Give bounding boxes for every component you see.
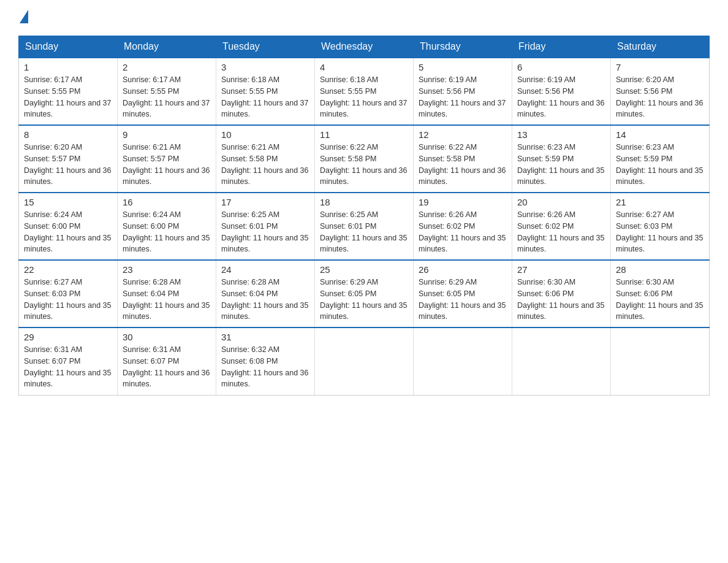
calendar-cell: 25 Sunrise: 6:29 AM Sunset: 6:05 PM Dayl… bbox=[315, 260, 414, 327]
day-info: Sunrise: 6:24 AM Sunset: 6:00 PM Dayligh… bbox=[123, 209, 211, 255]
day-info: Sunrise: 6:19 AM Sunset: 5:56 PM Dayligh… bbox=[419, 74, 507, 120]
day-number: 26 bbox=[419, 264, 507, 275]
calendar-week-2: 8 Sunrise: 6:20 AM Sunset: 5:57 PM Dayli… bbox=[19, 125, 710, 193]
calendar-cell: 9 Sunrise: 6:21 AM Sunset: 5:57 PM Dayli… bbox=[118, 125, 216, 193]
day-number: 10 bbox=[221, 129, 309, 140]
day-number: 24 bbox=[221, 264, 309, 275]
day-info: Sunrise: 6:25 AM Sunset: 6:01 PM Dayligh… bbox=[221, 209, 309, 255]
day-number: 9 bbox=[123, 129, 211, 140]
day-info: Sunrise: 6:21 AM Sunset: 5:58 PM Dayligh… bbox=[221, 142, 309, 188]
day-info: Sunrise: 6:30 AM Sunset: 6:06 PM Dayligh… bbox=[517, 277, 605, 323]
day-header-wednesday: Wednesday bbox=[315, 36, 414, 58]
day-info: Sunrise: 6:20 AM Sunset: 5:57 PM Dayligh… bbox=[24, 142, 112, 188]
day-info: Sunrise: 6:22 AM Sunset: 5:58 PM Dayligh… bbox=[419, 142, 507, 188]
calendar-cell: 27 Sunrise: 6:30 AM Sunset: 6:06 PM Dayl… bbox=[512, 260, 611, 327]
day-number: 17 bbox=[221, 197, 309, 207]
day-number: 4 bbox=[320, 62, 408, 72]
day-header-friday: Friday bbox=[512, 36, 611, 58]
day-number: 1 bbox=[24, 62, 112, 72]
day-info: Sunrise: 6:26 AM Sunset: 6:02 PM Dayligh… bbox=[419, 209, 507, 255]
day-number: 18 bbox=[320, 197, 408, 207]
day-number: 20 bbox=[517, 197, 605, 207]
calendar-cell: 15 Sunrise: 6:24 AM Sunset: 6:00 PM Dayl… bbox=[19, 193, 118, 260]
day-info: Sunrise: 6:31 AM Sunset: 6:07 PM Dayligh… bbox=[24, 344, 112, 390]
day-info: Sunrise: 6:22 AM Sunset: 5:58 PM Dayligh… bbox=[320, 142, 408, 188]
day-info: Sunrise: 6:29 AM Sunset: 6:05 PM Dayligh… bbox=[320, 277, 408, 323]
calendar-cell: 17 Sunrise: 6:25 AM Sunset: 6:01 PM Dayl… bbox=[216, 193, 315, 260]
calendar-cell: 11 Sunrise: 6:22 AM Sunset: 5:58 PM Dayl… bbox=[315, 125, 414, 193]
calendar-header-row: SundayMondayTuesdayWednesdayThursdayFrid… bbox=[19, 36, 710, 58]
calendar-cell: 1 Sunrise: 6:17 AM Sunset: 5:55 PM Dayli… bbox=[19, 58, 118, 125]
day-number: 29 bbox=[24, 332, 112, 342]
day-info: Sunrise: 6:27 AM Sunset: 6:03 PM Dayligh… bbox=[24, 277, 112, 323]
calendar-cell bbox=[414, 327, 512, 395]
day-info: Sunrise: 6:24 AM Sunset: 6:00 PM Dayligh… bbox=[24, 209, 112, 255]
day-number: 28 bbox=[616, 264, 704, 275]
day-number: 22 bbox=[24, 264, 112, 275]
calendar-cell: 26 Sunrise: 6:29 AM Sunset: 6:05 PM Dayl… bbox=[414, 260, 512, 327]
day-number: 30 bbox=[123, 332, 211, 342]
calendar-cell bbox=[315, 327, 414, 395]
day-info: Sunrise: 6:30 AM Sunset: 6:06 PM Dayligh… bbox=[616, 277, 704, 323]
day-info: Sunrise: 6:18 AM Sunset: 5:55 PM Dayligh… bbox=[221, 74, 309, 120]
calendar-cell: 5 Sunrise: 6:19 AM Sunset: 5:56 PM Dayli… bbox=[414, 58, 512, 125]
calendar-cell bbox=[512, 327, 611, 395]
calendar-cell: 28 Sunrise: 6:30 AM Sunset: 6:06 PM Dayl… bbox=[611, 260, 710, 327]
calendar-week-4: 22 Sunrise: 6:27 AM Sunset: 6:03 PM Dayl… bbox=[19, 260, 710, 327]
day-info: Sunrise: 6:29 AM Sunset: 6:05 PM Dayligh… bbox=[419, 277, 507, 323]
day-info: Sunrise: 6:28 AM Sunset: 6:04 PM Dayligh… bbox=[123, 277, 211, 323]
calendar-cell: 20 Sunrise: 6:26 AM Sunset: 6:02 PM Dayl… bbox=[512, 193, 611, 260]
day-header-monday: Monday bbox=[118, 36, 216, 58]
calendar-cell: 13 Sunrise: 6:23 AM Sunset: 5:59 PM Dayl… bbox=[512, 125, 611, 193]
calendar-cell: 23 Sunrise: 6:28 AM Sunset: 6:04 PM Dayl… bbox=[118, 260, 216, 327]
calendar-cell: 7 Sunrise: 6:20 AM Sunset: 5:56 PM Dayli… bbox=[611, 58, 710, 125]
day-info: Sunrise: 6:19 AM Sunset: 5:56 PM Dayligh… bbox=[517, 74, 605, 120]
day-info: Sunrise: 6:17 AM Sunset: 5:55 PM Dayligh… bbox=[24, 74, 112, 120]
calendar-cell: 12 Sunrise: 6:22 AM Sunset: 5:58 PM Dayl… bbox=[414, 125, 512, 193]
day-info: Sunrise: 6:23 AM Sunset: 5:59 PM Dayligh… bbox=[616, 142, 704, 188]
day-info: Sunrise: 6:20 AM Sunset: 5:56 PM Dayligh… bbox=[616, 74, 704, 120]
calendar-week-1: 1 Sunrise: 6:17 AM Sunset: 5:55 PM Dayli… bbox=[19, 58, 710, 125]
calendar-table: SundayMondayTuesdayWednesdayThursdayFrid… bbox=[18, 36, 710, 396]
day-info: Sunrise: 6:18 AM Sunset: 5:55 PM Dayligh… bbox=[320, 74, 408, 120]
calendar-cell: 30 Sunrise: 6:31 AM Sunset: 6:07 PM Dayl… bbox=[118, 327, 216, 395]
calendar-cell: 18 Sunrise: 6:25 AM Sunset: 6:01 PM Dayl… bbox=[315, 193, 414, 260]
logo-triangle-icon bbox=[20, 10, 28, 23]
calendar-cell bbox=[611, 327, 710, 395]
calendar-cell: 29 Sunrise: 6:31 AM Sunset: 6:07 PM Dayl… bbox=[19, 327, 118, 395]
calendar-cell: 6 Sunrise: 6:19 AM Sunset: 5:56 PM Dayli… bbox=[512, 58, 611, 125]
day-info: Sunrise: 6:23 AM Sunset: 5:59 PM Dayligh… bbox=[517, 142, 605, 188]
calendar-cell: 2 Sunrise: 6:17 AM Sunset: 5:55 PM Dayli… bbox=[118, 58, 216, 125]
page-header bbox=[18, 12, 710, 23]
day-number: 25 bbox=[320, 264, 408, 275]
day-info: Sunrise: 6:28 AM Sunset: 6:04 PM Dayligh… bbox=[221, 277, 309, 323]
day-info: Sunrise: 6:31 AM Sunset: 6:07 PM Dayligh… bbox=[123, 344, 211, 390]
calendar-week-3: 15 Sunrise: 6:24 AM Sunset: 6:00 PM Dayl… bbox=[19, 193, 710, 260]
day-number: 14 bbox=[616, 129, 704, 140]
day-number: 15 bbox=[24, 197, 112, 207]
calendar-cell: 4 Sunrise: 6:18 AM Sunset: 5:55 PM Dayli… bbox=[315, 58, 414, 125]
day-info: Sunrise: 6:26 AM Sunset: 6:02 PM Dayligh… bbox=[517, 209, 605, 255]
calendar-cell: 16 Sunrise: 6:24 AM Sunset: 6:00 PM Dayl… bbox=[118, 193, 216, 260]
day-header-sunday: Sunday bbox=[19, 36, 118, 58]
day-number: 23 bbox=[123, 264, 211, 275]
calendar-cell: 8 Sunrise: 6:20 AM Sunset: 5:57 PM Dayli… bbox=[19, 125, 118, 193]
day-info: Sunrise: 6:27 AM Sunset: 6:03 PM Dayligh… bbox=[616, 209, 704, 255]
calendar-cell: 22 Sunrise: 6:27 AM Sunset: 6:03 PM Dayl… bbox=[19, 260, 118, 327]
day-number: 2 bbox=[123, 62, 211, 72]
calendar-cell: 31 Sunrise: 6:32 AM Sunset: 6:08 PM Dayl… bbox=[216, 327, 315, 395]
day-info: Sunrise: 6:25 AM Sunset: 6:01 PM Dayligh… bbox=[320, 209, 408, 255]
calendar-cell: 19 Sunrise: 6:26 AM Sunset: 6:02 PM Dayl… bbox=[414, 193, 512, 260]
day-number: 11 bbox=[320, 129, 408, 140]
calendar-cell: 21 Sunrise: 6:27 AM Sunset: 6:03 PM Dayl… bbox=[611, 193, 710, 260]
calendar-cell: 24 Sunrise: 6:28 AM Sunset: 6:04 PM Dayl… bbox=[216, 260, 315, 327]
calendar-cell: 10 Sunrise: 6:21 AM Sunset: 5:58 PM Dayl… bbox=[216, 125, 315, 193]
day-info: Sunrise: 6:17 AM Sunset: 5:55 PM Dayligh… bbox=[123, 74, 211, 120]
day-header-thursday: Thursday bbox=[414, 36, 512, 58]
day-number: 19 bbox=[419, 197, 507, 207]
day-number: 16 bbox=[123, 197, 211, 207]
day-number: 5 bbox=[419, 62, 507, 72]
day-header-tuesday: Tuesday bbox=[216, 36, 315, 58]
day-header-saturday: Saturday bbox=[611, 36, 710, 58]
day-number: 31 bbox=[221, 332, 309, 342]
